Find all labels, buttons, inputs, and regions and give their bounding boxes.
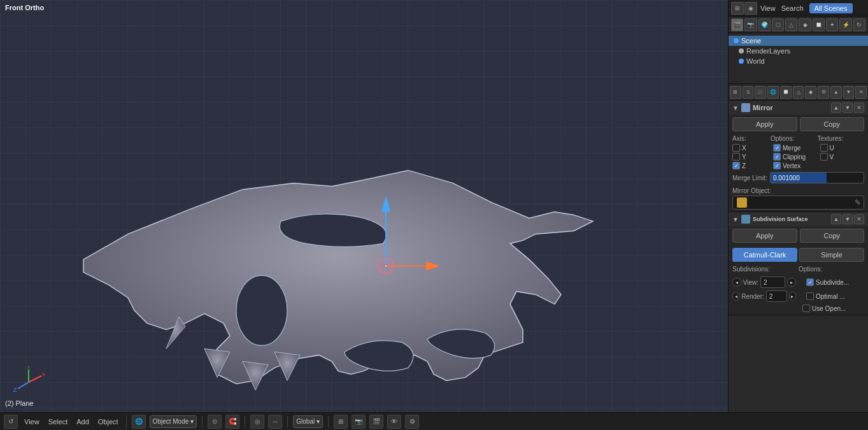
scene-icon-anim[interactable]: ↻ [853,18,865,31]
scene-tree-header[interactable]: Scene [729,36,868,46]
scene-icon-phys[interactable]: ⚡ [839,18,851,31]
use-open-checkbox[interactable] [802,305,810,312]
bottom-mode-icon[interactable]: 🌐 [132,415,146,429]
scene-icon-mesh[interactable]: △ [785,18,797,31]
subdiv-apply-copy: Apply Copy [729,226,868,245]
tree-item-renderlayers[interactable]: RenderLayers [729,46,868,56]
gizmo: X Y Z [13,366,45,399]
mirror-apply-btn[interactable]: Apply [732,117,797,131]
bottom-object[interactable]: Object [96,418,121,426]
view-plus-btn[interactable]: ▸ [787,278,796,287]
merge-checkbox[interactable] [773,144,781,152]
search-btn[interactable]: Search [779,3,806,13]
bottom-icon-grid[interactable]: ⊞ [334,415,348,429]
optimal-checkbox[interactable] [806,292,814,300]
subdiv-close-btn[interactable]: ✕ [854,214,864,224]
bottom-transform[interactable]: ↔ [268,415,282,429]
u-row: U [820,144,865,152]
y-checkbox[interactable] [732,153,740,161]
bottom-orientation-icon[interactable]: ⊙ [208,415,222,429]
prop-icon-5[interactable]: 🔲 [780,86,792,99]
prop-icon-4[interactable]: 🌐 [767,86,779,99]
merge-row: Merge [773,144,818,152]
mirror-close-btn[interactable]: ✕ [854,103,864,113]
scene-icon-obj[interactable]: ⬡ [772,18,784,31]
subdiv-collapse[interactable]: ▼ [732,216,739,223]
bottom-global-select[interactable]: Global ▾ [293,415,323,428]
subdiv-mod-icon [741,215,750,224]
bottom-mode-select[interactable]: Object Mode ▾ [150,415,197,428]
subdivide-checkbox[interactable] [806,278,814,286]
prop-icon-2[interactable]: S [743,86,754,99]
bottom-add[interactable]: Add [74,418,92,426]
scene-icon-camera[interactable]: 🎬 [731,18,743,31]
prop-icon-8[interactable]: ⚙ [818,86,829,99]
render-label: Render: [741,293,764,300]
bottom-snap-icon[interactable]: 🧲 [225,415,239,429]
mirror-down-btn[interactable]: ▼ [843,103,853,113]
scene-icon-tex[interactable]: 🔲 [813,18,825,31]
scene-icon-world[interactable]: 🌍 [758,18,771,31]
mirror-mod-actions: ▲ ▼ ✕ [831,103,864,113]
scene-icon-part[interactable]: ✦ [826,18,838,31]
view-btn[interactable]: View [758,3,778,13]
x-checkbox[interactable] [732,144,740,152]
catmull-tab[interactable]: Catmull-Clark [732,248,797,262]
all-scenes-btn[interactable]: All Scenes [809,3,853,13]
use-open-options: Use Open... [802,305,864,312]
scene-tree: Scene RenderLayers World [729,33,868,84]
svg-line-8 [29,376,41,382]
panel-icon-2[interactable]: ◉ [744,2,757,15]
prop-icon-1[interactable]: ⊞ [730,86,741,99]
svg-text:X: X [42,371,45,378]
mirror-edit-icon[interactable]: ✎ [855,198,861,207]
tree-item-world[interactable]: World [729,56,868,66]
u-checkbox[interactable] [820,144,828,152]
prop-icon-up[interactable]: ▲ [830,86,842,99]
render-plus-btn[interactable]: ▸ [789,292,796,301]
scene-dot [734,38,739,43]
bottom-select[interactable]: Select [46,418,71,426]
panel-icon-1[interactable]: ⊞ [731,2,744,15]
subdiv-apply-btn[interactable]: Apply [732,229,797,243]
prop-icon-6[interactable]: △ [793,86,804,99]
bottom-icon-render[interactable]: 🎬 [369,415,383,429]
bottom-icon-cam[interactable]: 📷 [352,415,366,429]
mirror-copy-btn[interactable]: Copy [800,117,865,131]
z-checkbox[interactable] [732,162,740,169]
right-panel: ⊞ ◉ View Search All Scenes 🎬 📷 🌍 ⬡ △ ◆ 🔲… [728,0,868,412]
prop-icon-3[interactable]: 🎥 [755,86,766,99]
merge-limit-field[interactable]: 0.001000 [770,172,864,183]
subdiv-up-btn[interactable]: ▲ [831,214,841,224]
merge-limit-label: Merge Limit: [732,175,767,182]
bottom-proportional[interactable]: ◎ [250,415,264,429]
bottom-view[interactable]: View [22,418,42,426]
scene-label: Scene [741,37,761,45]
mirror-header: ▼ Mirror ▲ ▼ ✕ [729,101,868,115]
subdiv-copy-btn[interactable]: Copy [800,229,865,243]
x-axis-row: X [732,144,771,152]
mirror-up-btn[interactable]: ▲ [831,103,841,113]
vertex-checkbox[interactable] [773,162,781,169]
view-minus-btn[interactable]: ◂ [732,278,741,287]
render-minus-btn[interactable]: ◂ [732,292,739,301]
render-value[interactable]: 2 [766,290,787,302]
subdiv-down-btn[interactable]: ▼ [843,214,853,224]
clipping-checkbox[interactable] [773,153,781,161]
bottom-icon-settings[interactable]: ⚙ [405,415,419,429]
bottom-icon-eye[interactable]: 👁 [387,415,401,429]
prop-icon-close[interactable]: ✕ [855,86,867,99]
scene-icon-mat[interactable]: ◆ [799,18,811,31]
view-value[interactable]: 2 [760,276,785,288]
bottom-bar: ↺ View Select Add Object 🌐 Object Mode ▾… [0,412,868,430]
simple-tab[interactable]: Simple [799,248,864,262]
subdiv-mod-label: Subdivision Surface [753,216,829,222]
v-checkbox[interactable] [820,153,828,161]
prop-icon-down[interactable]: ▼ [843,86,855,99]
viewport[interactable]: Front Ortho X Y Z (2) Plane [0,0,728,412]
mirror-object-field[interactable]: ✎ [732,196,864,210]
scene-icon-render[interactable]: 📷 [744,18,757,31]
prop-icon-7[interactable]: ◆ [805,86,816,99]
bottom-icon-arrow[interactable]: ↺ [4,415,18,429]
mirror-collapse[interactable]: ▼ [732,104,739,111]
